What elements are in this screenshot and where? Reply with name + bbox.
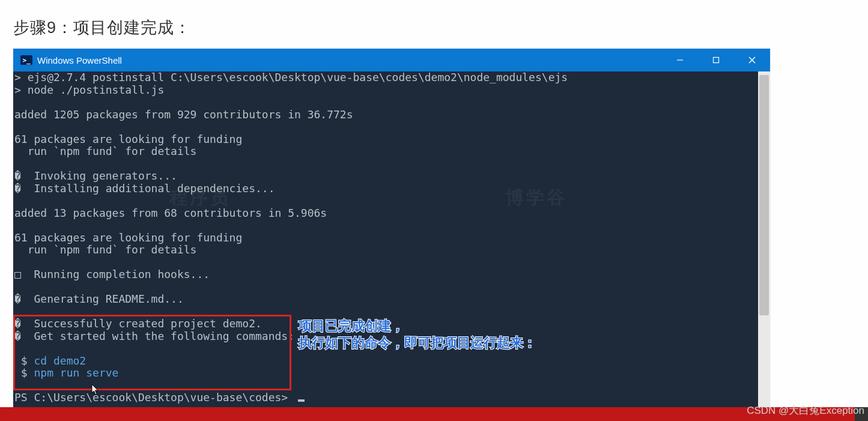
bg-watermark-right: 博学谷 bbox=[506, 192, 567, 204]
term-line: � Invoking generators... bbox=[14, 169, 177, 182]
vertical-scrollbar[interactable] bbox=[758, 71, 770, 421]
bottom-bar bbox=[0, 407, 868, 421]
command-serve: npm run serve bbox=[34, 366, 119, 379]
terminal-body-wrap: > ejs@2.7.4 postinstall C:\Users\escook\… bbox=[13, 71, 770, 421]
close-button[interactable] bbox=[734, 49, 770, 71]
term-line: > node ./postinstall.js bbox=[14, 83, 164, 96]
minimize-button[interactable] bbox=[662, 49, 698, 71]
bottom-bar-side bbox=[855, 407, 868, 421]
term-line: □ Running completion hooks... bbox=[14, 268, 210, 280]
prompt-symbol: $ bbox=[14, 366, 34, 379]
term-line: 61 packages are looking for funding bbox=[14, 231, 242, 244]
window-title: Windows PowerShell bbox=[37, 55, 122, 65]
term-line: run `npm fund` for details bbox=[14, 243, 196, 256]
command-cd: cd demo2 bbox=[34, 354, 86, 367]
term-line: 61 packages are looking for funding bbox=[14, 133, 242, 145]
powershell-icon: >_ bbox=[20, 55, 32, 65]
powershell-window: >_ Windows PowerShell > ejs@2.7.4 postin… bbox=[13, 49, 770, 408]
prompt-symbol: $ bbox=[14, 354, 34, 367]
window-controls bbox=[662, 49, 770, 71]
term-line: added 13 packages from 68 contributors i… bbox=[14, 207, 327, 219]
term-line: � Generating README.md... bbox=[14, 292, 184, 305]
ps-prompt: PS C:\Users\escook\Desktop\vue-base\code… bbox=[14, 391, 294, 404]
step-heading: 步骤9：项目创建完成： bbox=[13, 17, 191, 38]
maximize-button[interactable] bbox=[698, 49, 734, 71]
annotation-line2: 执行如下的命令，即可把项目运行起来： bbox=[299, 335, 536, 351]
term-line: > ejs@2.7.4 postinstall C:\Users\escook\… bbox=[14, 71, 568, 83]
terminal-output[interactable]: > ejs@2.7.4 postinstall C:\Users\escook\… bbox=[13, 71, 758, 421]
svg-rect-1 bbox=[714, 58, 719, 63]
annotation-line1: 项目已完成创建， bbox=[299, 318, 404, 335]
term-line: run `npm fund` for details bbox=[14, 145, 196, 157]
cursor-icon bbox=[298, 399, 305, 402]
scrollbar-thumb[interactable] bbox=[759, 75, 769, 315]
term-line: � Successfully created project demo2. bbox=[14, 317, 262, 330]
title-bar[interactable]: >_ Windows PowerShell bbox=[13, 49, 770, 71]
term-line: � Installing additional dependencies... bbox=[14, 182, 275, 195]
term-line: � Get started with the following command… bbox=[14, 330, 294, 342]
term-line: added 1205 packages from 929 contributor… bbox=[14, 108, 353, 121]
